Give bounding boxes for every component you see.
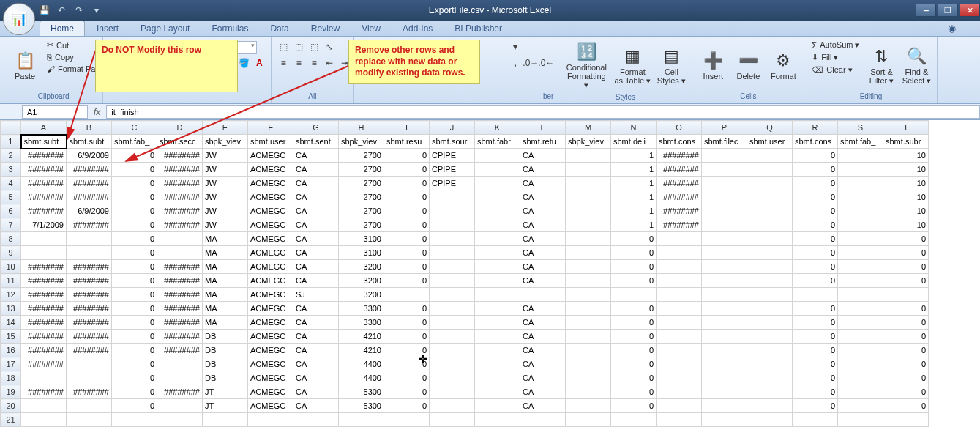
cell[interactable]: 0 bbox=[793, 204, 838, 218]
copy-button[interactable]: ⎘Copy bbox=[44, 52, 98, 62]
align-bottom-button[interactable]: ⬚ bbox=[307, 40, 321, 54]
format-as-table-button[interactable]: ▦Format as Table ▾ bbox=[613, 40, 652, 93]
cell[interactable] bbox=[293, 413, 339, 427]
cell[interactable]: 0 bbox=[883, 385, 929, 399]
cell[interactable] bbox=[702, 302, 747, 316]
cell[interactable]: 0 bbox=[384, 204, 430, 218]
cell[interactable] bbox=[611, 413, 657, 427]
cell[interactable]: 0 bbox=[883, 371, 929, 385]
cell[interactable] bbox=[339, 413, 384, 427]
cell[interactable] bbox=[157, 399, 203, 413]
cell[interactable] bbox=[566, 163, 611, 177]
cell[interactable] bbox=[566, 330, 611, 344]
qat-more-icon[interactable]: ▾ bbox=[89, 3, 104, 18]
fx-icon[interactable]: fx bbox=[88, 107, 106, 117]
row-header[interactable]: 12 bbox=[1, 288, 21, 302]
column-header[interactable]: H bbox=[339, 121, 384, 135]
cell[interactable]: ######## bbox=[157, 190, 203, 204]
cell[interactable]: sbmt.filec bbox=[702, 135, 747, 149]
cell[interactable] bbox=[566, 413, 611, 427]
cell[interactable] bbox=[157, 246, 203, 260]
cell[interactable]: ######## bbox=[157, 177, 203, 190]
cell[interactable] bbox=[21, 232, 67, 246]
row-header[interactable]: 1 bbox=[1, 135, 21, 149]
cell[interactable] bbox=[747, 330, 793, 344]
cell[interactable] bbox=[838, 260, 883, 274]
cell[interactable] bbox=[21, 371, 67, 385]
cell[interactable]: 0 bbox=[883, 316, 929, 330]
cell[interactable]: ######## bbox=[67, 330, 112, 344]
row-header[interactable]: 14 bbox=[1, 316, 21, 330]
cell[interactable]: 0 bbox=[112, 163, 157, 177]
cell[interactable]: 0 bbox=[384, 330, 430, 344]
cell[interactable]: ######## bbox=[21, 385, 67, 399]
cell[interactable]: 0 bbox=[611, 399, 657, 413]
cell[interactable] bbox=[838, 330, 883, 344]
cell[interactable] bbox=[702, 371, 747, 385]
row-header[interactable]: 9 bbox=[1, 246, 21, 260]
cell[interactable]: JT bbox=[203, 385, 248, 399]
cell[interactable]: 0 bbox=[611, 260, 657, 274]
cell[interactable]: sbmt.fab_ bbox=[112, 135, 157, 149]
cell[interactable]: CA bbox=[293, 399, 339, 413]
tab-page-layout[interactable]: Page Layout bbox=[130, 21, 200, 36]
cell[interactable] bbox=[430, 316, 475, 330]
column-header[interactable]: L bbox=[520, 121, 566, 135]
cell[interactable]: ######## bbox=[21, 344, 67, 357]
cell[interactable]: ACMEGC bbox=[248, 274, 293, 288]
cell[interactable]: ACMEGC bbox=[248, 163, 293, 177]
cell[interactable] bbox=[838, 218, 883, 232]
cell[interactable]: ######## bbox=[657, 204, 702, 218]
cell[interactable] bbox=[566, 218, 611, 232]
cell[interactable]: JW bbox=[203, 204, 248, 218]
cell[interactable]: 0 bbox=[883, 302, 929, 316]
cell[interactable]: 0 bbox=[793, 302, 838, 316]
cell[interactable]: ACMEGC bbox=[248, 260, 293, 274]
cell[interactable]: ACMEGC bbox=[248, 232, 293, 246]
cell[interactable]: ######## bbox=[157, 330, 203, 344]
cell[interactable] bbox=[838, 204, 883, 218]
cell[interactable]: 0 bbox=[611, 246, 657, 260]
cell[interactable] bbox=[883, 288, 929, 302]
cell[interactable]: 4210 bbox=[339, 330, 384, 344]
cell[interactable]: ######## bbox=[21, 163, 67, 177]
column-header[interactable]: P bbox=[702, 121, 747, 135]
cell[interactable]: CA bbox=[520, 344, 566, 357]
cell[interactable]: CA bbox=[520, 371, 566, 385]
cell[interactable]: 0 bbox=[793, 218, 838, 232]
column-header[interactable]: S bbox=[838, 121, 883, 135]
indent-decrease-button[interactable]: ⇤ bbox=[322, 56, 337, 70]
find-select-button[interactable]: 🔍Find & Select ▾ bbox=[900, 40, 932, 92]
cell[interactable] bbox=[883, 413, 929, 427]
cell[interactable] bbox=[657, 288, 702, 302]
cell[interactable]: ######## bbox=[157, 204, 203, 218]
column-header[interactable]: J bbox=[430, 121, 475, 135]
tab-view[interactable]: View bbox=[351, 21, 391, 36]
cell[interactable]: 0 bbox=[883, 260, 929, 274]
cell[interactable]: ######## bbox=[21, 204, 67, 218]
cell[interactable] bbox=[657, 232, 702, 246]
column-header[interactable]: G bbox=[293, 121, 339, 135]
row-header[interactable]: 19 bbox=[1, 385, 21, 399]
column-header[interactable]: A bbox=[21, 121, 67, 135]
cell[interactable]: CA bbox=[293, 163, 339, 177]
cell[interactable]: sbmt.subt bbox=[67, 135, 112, 149]
sort-filter-button[interactable]: ⇅Sort & Filter ▾ bbox=[865, 40, 897, 92]
cell[interactable]: 1 bbox=[611, 218, 657, 232]
row-header[interactable]: 16 bbox=[1, 344, 21, 357]
cell[interactable] bbox=[702, 177, 747, 190]
cell[interactable] bbox=[838, 357, 883, 371]
cell[interactable] bbox=[566, 204, 611, 218]
column-header[interactable]: E bbox=[203, 121, 248, 135]
cell[interactable] bbox=[657, 260, 702, 274]
cell[interactable]: sbmt.deli bbox=[611, 135, 657, 149]
cell[interactable] bbox=[702, 344, 747, 357]
cell[interactable]: 0 bbox=[384, 302, 430, 316]
cell[interactable]: CA bbox=[293, 330, 339, 344]
cell[interactable]: 0 bbox=[611, 344, 657, 357]
cell[interactable]: 2700 bbox=[339, 163, 384, 177]
cell[interactable]: sbpk_viev bbox=[203, 135, 248, 149]
cell[interactable]: JW bbox=[203, 163, 248, 177]
cell[interactable] bbox=[248, 413, 293, 427]
cell[interactable] bbox=[475, 357, 520, 371]
